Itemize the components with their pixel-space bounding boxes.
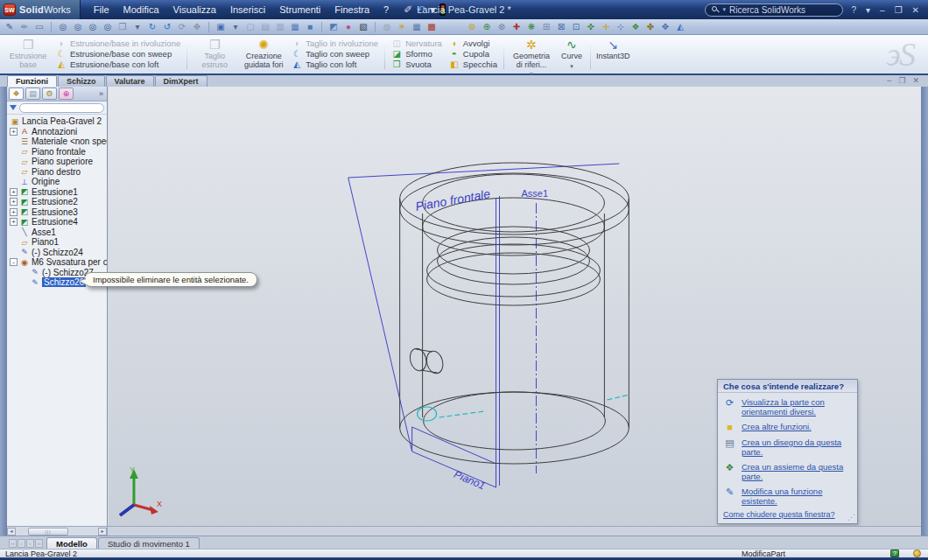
mirror-entities-icon[interactable]: ⊞ (540, 21, 552, 33)
menu-file[interactable]: File (88, 3, 116, 17)
expand-toggle-icon[interactable]: + (10, 128, 18, 136)
tab-dimxpert[interactable]: DimXpert (155, 75, 207, 87)
dimxpertmanager-tab[interactable]: ⊕ (59, 88, 74, 100)
model-tabs-next-button[interactable]: › (26, 539, 34, 548)
revolved-boss-button[interactable]: ◗Estrusione/base in rivoluzione (56, 38, 180, 49)
scrollbar-thumb[interactable]: ||| (28, 528, 68, 536)
revolved-cut-button[interactable]: ◗Taglio in rivoluzione (292, 38, 378, 49)
mirror-button[interactable]: ◧Specchia (449, 59, 497, 69)
help-button[interactable]: ? (849, 5, 858, 15)
tree-item-materiale[interactable]: ☰Materiale <non specificato> (10, 136, 107, 147)
wrap-button[interactable]: ◖Avvolgi (449, 38, 497, 49)
menu-finestra[interactable]: Finestra (328, 3, 376, 17)
hidden-lines-visible-icon[interactable]: ▤ (259, 21, 271, 33)
appearance-icon[interactable]: ● (342, 21, 355, 33)
curves-button[interactable]: ∿Curve▾ (556, 37, 587, 71)
rotate-view-ccw-icon[interactable]: ↺ (161, 21, 173, 33)
tab-valutare[interactable]: Valutare (106, 75, 154, 87)
undo-button[interactable]: ↶ (417, 4, 425, 16)
smart-dimension-icon[interactable]: ⊕ (481, 21, 493, 33)
hidden-lines-removed-icon[interactable]: ▥ (274, 21, 286, 33)
scroll-right-button[interactable]: ▸ (98, 528, 107, 536)
create-drawing-link[interactable]: ▤Crea un disegno da questa parte. (723, 438, 854, 457)
dropdown-arrow-icon[interactable]: ▾ (570, 62, 573, 71)
zoom-in-out-icon[interactable]: ◎ (87, 21, 99, 33)
model-tabs-prev-button[interactable]: ‹ (18, 539, 25, 548)
tree-item-annotazioni[interactable]: +AAnnotazioni (10, 127, 107, 137)
rapid-sketch-icon[interactable]: ❖ (629, 21, 642, 33)
rotate-view-icon[interactable]: ↻ (146, 21, 158, 33)
tree-item-estrusione2[interactable]: +◩Estrusione2 (10, 197, 107, 207)
sketch-picture-icon[interactable]: ✤ (644, 21, 657, 33)
tab-studio-di-movimento-1[interactable]: Studio di movimento 1 (98, 537, 200, 549)
screen-capture-icon[interactable]: ▭ (33, 21, 46, 33)
sketch-tool-icon[interactable]: ✏ (18, 21, 31, 33)
dome-button[interactable]: ◓Cupola (449, 49, 497, 60)
orientation-dropdown-icon[interactable]: ▾ (229, 21, 242, 33)
previous-view-icon[interactable]: ❐ (116, 21, 129, 33)
search-dropdown-icon[interactable]: ▾ (722, 6, 726, 13)
display-relations-icon[interactable]: ✜ (585, 21, 597, 33)
menu-strumenti[interactable]: Strumenti (273, 3, 327, 17)
area-hatch-icon[interactable]: ✥ (659, 21, 671, 33)
convert-entities-icon[interactable]: ✚ (510, 21, 523, 33)
restore-button[interactable]: ❐ (893, 5, 904, 15)
scroll-left-button[interactable]: ◂ (7, 528, 16, 536)
tree-item-m6-svasatura[interactable]: -◉M6 Svasatura per con vite a t (10, 257, 107, 268)
zoom-selected-icon[interactable]: ◎ (102, 21, 114, 33)
zoom-area-icon[interactable]: ◎ (72, 21, 84, 33)
swept-boss-button[interactable]: ☾Estrusione/base con sweep (56, 49, 180, 60)
offset-entities-icon[interactable]: ❋ (525, 21, 538, 33)
zoom-fit-icon[interactable]: ◎ (57, 21, 69, 33)
model-tabs-first-button[interactable]: ‹‹ (9, 539, 17, 548)
move-entities-icon[interactable]: ⊡ (570, 21, 582, 33)
edit-feature-link[interactable]: ✎Modifica una funzione esistente. (723, 487, 854, 506)
extruded-boss-button[interactable]: ❒Estrusione base (4, 37, 53, 71)
tree-item-origine[interactable]: ⊥Origine (10, 177, 107, 187)
tree-item-estrusione1[interactable]: +◩Estrusione1 (10, 187, 107, 198)
swept-cut-button[interactable]: ☾Taglio con sweep (292, 49, 378, 60)
close-button[interactable]: ✕ (910, 5, 921, 15)
tree-item-piano-superiore[interactable]: ▱Piano superiore (10, 157, 107, 167)
graphics-viewport[interactable]: Piano frontale Asse1 Piano1 Y X Che cosa… (109, 87, 921, 526)
select-tool-icon[interactable]: ✎ (4, 21, 16, 33)
zebra-stripes-icon[interactable]: ▧ (357, 21, 369, 33)
lofted-cut-button[interactable]: ◭Taglio con loft (292, 59, 378, 69)
scrollbar-track[interactable]: ||| (16, 528, 98, 536)
shaded-with-edges-icon[interactable]: ▦ (289, 21, 301, 33)
view-orientations-link[interactable]: ⟳Visualizza la parte con orientamenti di… (723, 398, 854, 416)
tree-item-estrusione4[interactable]: +◩Estrusione4 (10, 217, 107, 228)
create-assembly-link[interactable]: ❖Crea un assieme da questa parte. (723, 463, 854, 481)
menu-help[interactable]: ? (377, 3, 395, 17)
lights-icon[interactable]: ☀ (396, 21, 408, 33)
expand-toggle-icon[interactable]: + (10, 188, 18, 196)
tree-item-asse1[interactable]: ╲Asse1 (10, 228, 107, 238)
search-input[interactable]: ▾ Ricerca SolidWorks (705, 4, 843, 17)
help-dropdown[interactable]: ▾ (864, 5, 872, 15)
linear-pattern-icon[interactable]: ⊠ (555, 21, 567, 33)
menu-inserisci[interactable]: Inserisci (224, 3, 271, 17)
doc-close-button[interactable]: ✕ (912, 76, 919, 85)
doc-minimize-button[interactable]: – (887, 76, 891, 85)
expand-toggle-icon[interactable]: + (10, 218, 18, 226)
instant3d-button[interactable]: ↘Instant3D (594, 37, 633, 71)
roll-view-icon[interactable]: ⟳ (176, 21, 188, 33)
pen-tool-icon[interactable]: ✐ (404, 4, 412, 16)
pan-icon[interactable]: ✥ (191, 21, 203, 33)
minimize-button[interactable]: – (878, 5, 887, 15)
tree-item-piano-frontale[interactable]: ▱Piano frontale (10, 147, 107, 158)
scene-icon[interactable]: ◍ (381, 21, 393, 33)
hole-wizard-button[interactable]: ✺Creazione guidata fori (239, 37, 288, 71)
quick-tips-icon[interactable]: ? (890, 550, 899, 557)
reference-geometry-button[interactable]: ✲Geometria di riferi...▾ (507, 37, 556, 71)
tree-item-estrusione3[interactable]: +◩Estrusione3 (10, 207, 107, 218)
material-bricks-icon[interactable]: ▩ (425, 21, 438, 33)
tree-root-item[interactable]: ▣ Lancia Pea-Gravel 2 (10, 116, 107, 127)
lofted-boss-button[interactable]: ◭Estrusione/base con loft (56, 59, 180, 69)
filter-input[interactable] (19, 103, 104, 113)
doc-restore-button[interactable]: ❐ (898, 76, 905, 85)
front-plane-outline[interactable] (348, 164, 620, 487)
menu-visualizza[interactable]: Visualizza (167, 3, 222, 17)
model-tabs-last-button[interactable]: ›› (35, 539, 43, 548)
extruded-cut-button[interactable]: ❒Taglio estruso (190, 37, 239, 71)
